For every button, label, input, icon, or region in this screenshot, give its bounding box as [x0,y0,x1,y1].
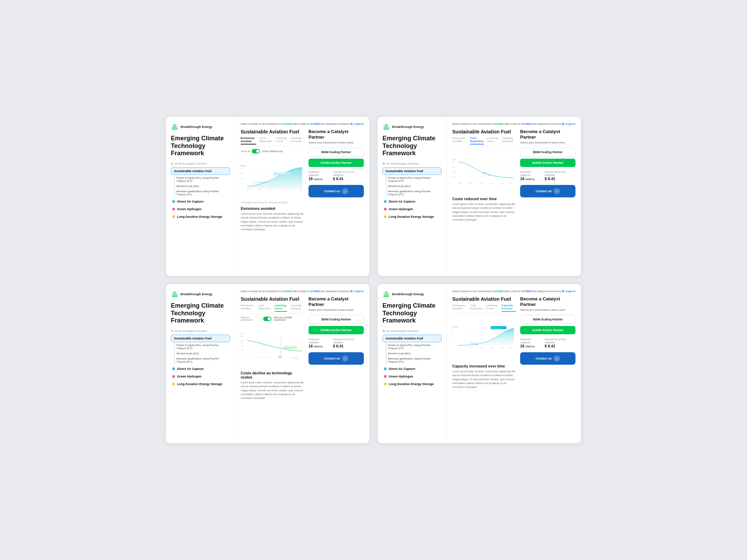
toggle-1[interactable] [252,149,260,153]
tab-capacity-4[interactable]: Capacity Increase [501,304,516,312]
stat-cost-1: Cost per ton of CO₂ catalyzed $ 8.41 [333,170,364,181]
contact-arrow-3: → [342,355,348,362]
tab-cost-4[interactable]: Cost Reduction [470,304,483,312]
brand-name-2: Breakthrough Energy [392,125,424,129]
chart-area-emissions-1: MMtCO₂ 20.0 15.0 10.0 5.0 [241,156,304,200]
explore-btn-4[interactable]: ⊞ explore [562,290,575,293]
toggle-3[interactable] [263,317,271,321]
nav-dac-4[interactable]: Direct Air Capture [382,365,442,372]
nav-dac-1[interactable]: Direct Air Capture [171,198,230,205]
svg-text:▲ Catalyst +182.0 MMtCO₂: ▲ Catalyst +182.0 MMtCO₂ [274,174,290,175]
dot-gh-1 [172,208,175,211]
brand-2: Breakthrough Energy [382,123,442,131]
chart-area-learning-3: Cost $5M $4M $3M $1.3M [241,323,304,368]
app-title-3: Emerging Climate Technology Framework [171,302,230,325]
svg-text:200: 200 [247,357,249,358]
nav-label-1: ⊞ All Technologies Overview [171,162,230,165]
tab-capacity-2[interactable]: Capacity Increase [502,137,516,144]
investment-text-3: Data is based on an investment of $100M … [241,290,350,293]
brand-logo-4 [382,290,390,298]
btn-anchor-3[interactable]: $100M Anchor Partner [308,326,364,334]
svg-text:10.0: 10.0 [241,178,243,179]
svg-text:5.0: 5.0 [241,183,242,184]
chart-title-4: Sustainable Aviation Fuel [452,296,516,302]
svg-text:2029: 2029 [268,189,271,190]
explore-btn-1[interactable]: ⊞ explore [350,122,364,125]
nav-gh-3[interactable]: Green Hydrogen [171,373,230,380]
contact-btn-3[interactable]: Contact us → [308,352,364,365]
tab-learning-4[interactable]: Learning Curve [486,304,498,312]
content-area-1: Sustainable Aviation Fuel Emissions Avoi… [241,129,364,270]
investment-text-2: Data is based on an investment of $100M … [452,122,561,125]
card-learning: Breakthrough Energy Emerging Climate Tec… [166,284,369,443]
cta-stats-4: Emissions catalyzed 18 MMtCO₂ Cost per t… [520,338,575,348]
nav-dac-2[interactable]: Direct Air Capture [382,198,442,205]
brand-logo-2 [382,123,390,131]
nav-item-saf-3[interactable]: Sustainable Aviation Fuel [171,335,230,342]
left-panel-1: Breakthrough Energy Emerging Climate Tec… [166,117,235,276]
tab-learning-3[interactable]: Learning Curve [275,304,287,312]
right-panel-1: Data is based on an investment of $100M … [235,117,369,276]
cta-panel-1: Become a Catalyst Partner Select your in… [308,129,364,270]
contact-btn-2[interactable]: Contact us → [520,185,575,197]
svg-text:0.6: 0.6 [452,329,454,330]
right-panel-2: Data is based on an investment of $100M … [447,117,581,276]
btn-anchor-1[interactable]: $100M Anchor Partner [308,159,364,167]
svg-text:Cost: Cost [241,333,244,334]
svg-text:2032: 2032 [501,183,504,184]
tab-emissions-3[interactable]: Emissions Avoided [241,304,255,312]
btn-scaling-3[interactable]: $50M Scaling Partner [308,315,364,324]
nav-dac-3[interactable]: Direct Air Capture [171,365,230,372]
svg-text:1000: 1000 [510,347,513,348]
svg-text:$47T: $47T [452,171,455,173]
contact-arrow-1: → [342,188,348,194]
svg-text:$47T: $47T [452,176,455,178]
nav-ldes-1[interactable]: Long Duration Energy Storage [171,213,230,220]
nav-gh-1[interactable]: Green Hydrogen [171,206,230,213]
svg-text:$1T: $1T [452,162,455,163]
right-panel-3: Data is based on an investment of $100M … [235,284,369,443]
nav-ldes-4[interactable]: Long Duration Energy Storage [382,381,442,388]
tab-learning-2[interactable]: Learning Curve [487,137,499,144]
btn-anchor-4[interactable]: $100M Anchor Partner [520,326,575,334]
svg-text:MMtCO₂: MMtCO₂ [241,165,247,167]
left-panel-2: Breakthrough Energy Emerging Climate Tec… [378,117,447,276]
nav-gh-4[interactable]: Green Hydrogen [382,373,442,380]
contact-btn-1[interactable]: Contact us → [308,185,364,197]
tab-capacity-3[interactable]: Capacity Increase [290,304,304,312]
desc-title-1: Emissions avoided [241,206,304,211]
chart-section-2: Sustainable Aviation Fuel Emissions Avoi… [452,129,516,270]
btn-scaling-1[interactable]: $50M Scaling Partner [308,148,364,157]
btn-scaling-4[interactable]: $50M Scaling Partner [520,315,575,324]
svg-text:Show all capacity: Show all capacity [491,327,501,329]
nav-ldes-2[interactable]: Long Duration Energy Storage [382,213,442,220]
content-area-4: Sustainable Aviation Fuel Emissions Avoi… [452,296,575,438]
explore-btn-3[interactable]: ⊞ explore [350,290,364,293]
tab-capacity-1[interactable]: Capacity Increase [291,137,304,144]
tab-cost-3[interactable]: Cost Reduction [259,304,271,312]
tab-emissions-1[interactable]: Emissions Avoided [241,137,256,144]
nav-ldes-3[interactable]: Long Duration Energy Storage [171,381,230,388]
contact-btn-4[interactable]: Contact us → [520,352,575,365]
btn-anchor-2[interactable]: $100M Anchor Partner [520,159,575,167]
stat-cost-4: Cost per ton of CO₂ catalyzed $ 8.41 [545,338,575,348]
explore-btn-2[interactable]: ⊞ explore [562,122,575,125]
nav-gh-2[interactable]: Green Hydrogen [382,206,442,213]
nav-item-saf-2[interactable]: Sustainable Aviation Fuel [382,167,442,175]
left-panel-4: Breakthrough Energy Emerging Climate Tec… [378,284,447,443]
content-area-3: Sustainable Aviation Fuel Emissions Avoi… [241,296,364,438]
tab-cost-2[interactable]: Cost Reduction [470,137,483,144]
nav-item-saf-4[interactable]: Sustainable Aviation Fuel [382,335,442,342]
tab-emissions-4[interactable]: Emissions Avoided [452,304,467,312]
tab-learning-1[interactable]: Learning Curve [276,137,287,144]
sub-3-1: Power to liquid (PtL) using Fischer-Trop… [174,343,230,351]
tab-cost-1[interactable]: Cost Reduction [260,137,272,144]
tab-emissions-2[interactable]: Emissions Avoided [452,137,467,144]
btn-scaling-2[interactable]: $50M Scaling Partner [520,148,575,157]
nav-item-saf-1[interactable]: Sustainable Aviation Fuel [171,167,230,175]
dot-gh-4 [384,375,387,378]
svg-point-67 [386,295,387,296]
sub-2-1: Power to liquid (PtL) using Fischer-Trop… [386,176,442,183]
dot-dac-2 [384,200,387,203]
dot-dac-3 [172,367,175,370]
